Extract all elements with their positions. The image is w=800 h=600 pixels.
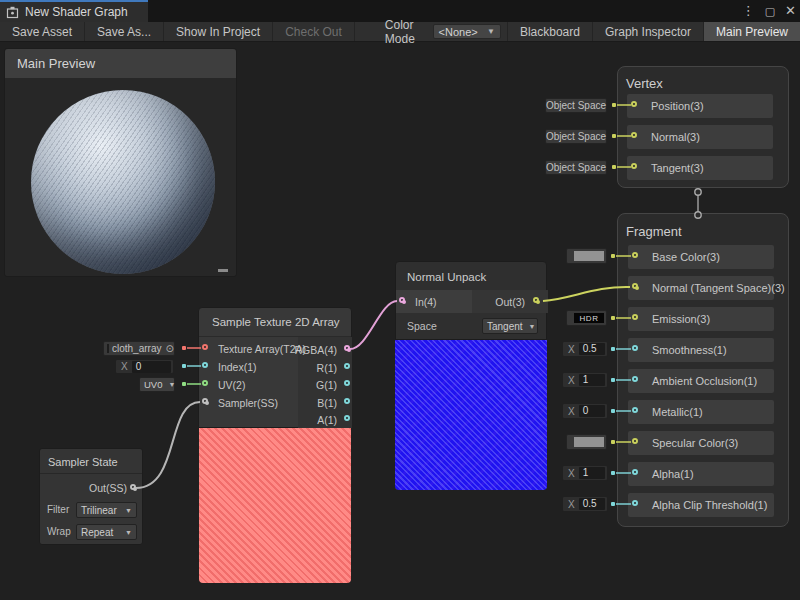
sampler-input-port[interactable]: [202, 398, 208, 404]
color-mode-dropdown[interactable]: <None> ▼: [433, 24, 501, 39]
normal-tangent-input-port[interactable]: [632, 283, 638, 289]
main-preview-toggle-button[interactable]: Main Preview: [704, 22, 800, 41]
kebab-menu-icon[interactable]: ⋮: [742, 0, 755, 22]
space-dropdown[interactable]: Tangent ▼: [482, 318, 538, 334]
smoothness-input-port[interactable]: [632, 345, 638, 351]
save-as-button[interactable]: Save As...: [85, 22, 164, 41]
connector-dot: [611, 347, 615, 351]
alpha-field[interactable]: X1: [562, 465, 608, 481]
connector-dot: [611, 409, 615, 413]
show-in-project-button[interactable]: Show In Project: [164, 22, 273, 41]
connector-dot: [612, 165, 616, 169]
chevron-down-icon: ▼: [529, 323, 536, 330]
main-preview-panel[interactable]: Main Preview: [4, 48, 237, 277]
uv-channel-dropdown[interactable]: UV0 ▼: [139, 377, 175, 392]
emission-input-port[interactable]: [632, 314, 638, 320]
vertex-row-tangent[interactable]: Tangent(3): [627, 156, 773, 180]
fragment-row-alpha[interactable]: Alpha(1): [628, 462, 774, 486]
fragment-row-specular-color[interactable]: Specular Color(3): [628, 431, 774, 455]
filter-dropdown[interactable]: Trilinear ▼: [76, 502, 137, 518]
vertex-node-title: Vertex: [626, 76, 663, 91]
hdr-badge: HDR: [574, 313, 604, 323]
unpack-out-port[interactable]: [533, 297, 539, 303]
fragment-context-node[interactable]: Fragment Base Color(3) Normal (Tangent S…: [617, 213, 789, 527]
vertex-context-node[interactable]: Vertex Position(3) Normal(3) Tangent(3): [617, 66, 789, 188]
position-input-port[interactable]: [631, 101, 637, 107]
fragment-row-emission[interactable]: Emission(3): [628, 307, 774, 331]
emission-hdr-swatch[interactable]: HDR: [566, 310, 607, 326]
alpha-clip-input-port[interactable]: [632, 500, 638, 506]
metallic-input-port[interactable]: [632, 407, 638, 413]
vertex-row-position[interactable]: Position(3): [627, 94, 773, 118]
connector-dot: [182, 382, 186, 386]
wrap-dropdown[interactable]: Repeat ▼: [76, 524, 137, 540]
blackboard-toggle-button[interactable]: Blackboard: [507, 22, 593, 41]
main-preview-header[interactable]: Main Preview: [5, 49, 236, 78]
index-field[interactable]: X0: [115, 359, 174, 374]
tab-new-shader-graph[interactable]: New Shader Graph: [0, 0, 148, 22]
ambient-occlusion-input-port[interactable]: [632, 376, 638, 382]
smoothness-field[interactable]: X0.5: [562, 341, 608, 357]
alpha-input-port[interactable]: [632, 469, 638, 475]
fragment-row-alpha-clip[interactable]: Alpha Clip Threshold(1): [628, 493, 774, 517]
chevron-down-icon: ▼: [125, 529, 132, 536]
check-out-button: Check Out: [273, 22, 355, 41]
fragment-row-base-color[interactable]: Base Color(3): [628, 245, 774, 269]
shader-graph-window: New Shader Graph ⋮ ▢ ✕ Save Asset Save A…: [0, 0, 800, 600]
color-mode-value: <None>: [439, 26, 478, 38]
toolbar: Save Asset Save As... Show In Project Ch…: [0, 22, 800, 42]
connector-dot: [611, 440, 615, 444]
fragment-row-metallic[interactable]: Metallic(1): [628, 400, 774, 424]
sampler-state-node[interactable]: Sampler State Out(SS) Filter Trilinear ▼…: [39, 448, 143, 545]
fragment-row-smoothness[interactable]: Smoothness(1): [628, 338, 774, 362]
connector-dot: [612, 103, 616, 107]
texture-array-input-port[interactable]: [202, 344, 208, 350]
chevron-down-icon: ▼: [125, 507, 132, 514]
ambient-occlusion-field[interactable]: X1: [562, 372, 608, 388]
normal-map-preview: [395, 340, 547, 490]
connector-dot: [182, 346, 186, 350]
shader-preview-sphere[interactable]: [31, 90, 215, 274]
chevron-down-icon: ▼: [487, 27, 495, 36]
normal-space-pill[interactable]: Object Space: [545, 129, 607, 144]
base-color-input-port[interactable]: [632, 252, 638, 258]
rgba-output-port[interactable]: [344, 345, 350, 351]
a-output-port[interactable]: [344, 415, 350, 421]
panel-resize-handle[interactable]: [218, 269, 228, 272]
texture-array-name: cloth_array: [112, 343, 161, 354]
connector-dot: [611, 471, 615, 475]
index-input-port[interactable]: [202, 362, 208, 368]
fragment-row-normal[interactable]: Normal (Tangent Space)(3): [628, 276, 774, 300]
close-icon[interactable]: ✕: [785, 0, 796, 22]
position-space-pill[interactable]: Object Space: [545, 98, 607, 113]
fragment-row-ambient-occlusion[interactable]: Ambient Occlusion(1): [628, 369, 774, 393]
tangent-space-pill[interactable]: Object Space: [545, 160, 607, 175]
shader-graph-icon: [6, 6, 19, 19]
chevron-down-icon: ▼: [168, 381, 175, 388]
object-picker-icon[interactable]: ⊙: [165, 343, 173, 354]
g-output-port[interactable]: [344, 380, 350, 386]
normal-input-port[interactable]: [631, 132, 637, 138]
alpha-clip-field[interactable]: X0.5: [562, 496, 608, 512]
sampled-texture-preview: [199, 428, 351, 583]
specular-color-swatch[interactable]: [566, 434, 607, 450]
unpack-in-port[interactable]: [399, 297, 405, 303]
maximize-icon[interactable]: ▢: [765, 0, 775, 22]
b-output-port[interactable]: [344, 398, 350, 404]
tangent-input-port[interactable]: [631, 163, 637, 169]
sample-texture-2d-array-node[interactable]: Sample Texture 2D Array Texture Array(T2…: [198, 307, 352, 428]
specular-color-input-port[interactable]: [632, 438, 638, 444]
uv-input-port[interactable]: [202, 380, 208, 386]
metallic-field[interactable]: X0: [562, 403, 608, 419]
save-asset-button[interactable]: Save Asset: [0, 22, 85, 41]
base-color-swatch[interactable]: [566, 248, 607, 264]
graph-inspector-toggle-button[interactable]: Graph Inspector: [593, 22, 704, 41]
connector-dot: [611, 254, 615, 258]
color-mode-label: Color Mode: [355, 22, 433, 41]
connector-dot: [611, 378, 615, 382]
r-output-port[interactable]: [344, 363, 350, 369]
normal-unpack-node[interactable]: Normal Unpack In(4) Out(3) Space Tangent…: [395, 261, 547, 340]
vertex-row-normal[interactable]: Normal(3): [627, 125, 773, 149]
sampler-out-port[interactable]: [130, 484, 136, 490]
texture-array-object-field[interactable]: cloth_array ⊙: [103, 341, 175, 356]
